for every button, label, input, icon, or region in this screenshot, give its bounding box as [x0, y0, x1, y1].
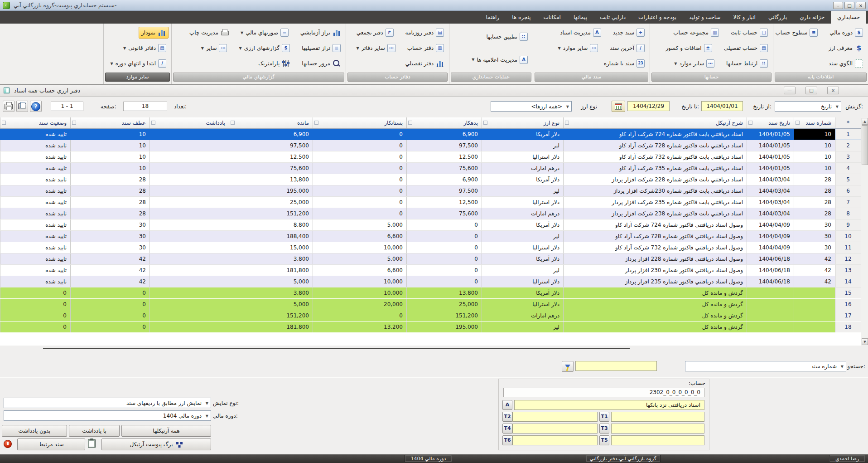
doc-maximize-icon[interactable] [805, 87, 817, 94]
ribbon-button[interactable]: /ابتدا و انتهاي دوره▼ [108, 58, 169, 69]
ribbon-button[interactable]: ↱دفتر تجمعي [354, 27, 396, 38]
table-row[interactable]: 8281404/03/04اسناد دريافتني بابت فاکتور … [0, 208, 861, 219]
ribbon-button[interactable]: $گزارشهاي ارزي▼ [236, 43, 292, 54]
table-row[interactable]: 17گردش و مانده کلدرهم امارات151,2000151,… [0, 310, 861, 322]
stop-button[interactable] [4, 440, 12, 448]
t6-field[interactable] [512, 435, 598, 445]
help-button[interactable] [30, 101, 42, 112]
t3-button[interactable]: T3 [599, 424, 609, 434]
column-header[interactable]: مانده [229, 117, 313, 128]
column-header[interactable]: تاريخ سند [747, 117, 794, 128]
attachment-sheet-button[interactable]: برگ پيوست آرتيکل [101, 439, 211, 450]
column-header[interactable]: شماره سند [794, 117, 835, 128]
t5-field[interactable] [611, 435, 704, 445]
ribbon-button[interactable]: ⋯ساير دفاتر▼ [354, 43, 397, 54]
ribbon-button[interactable]: □حساب ثابت [728, 27, 770, 38]
table-row[interactable]: 18گردش و مانده کللير195,00013,200181,800… [0, 322, 861, 333]
t1-button[interactable]: T1 [599, 412, 609, 422]
page-range-field[interactable]: 1 - 1 [51, 102, 83, 111]
table-row[interactable]: 7281404/03/04اسناد دريافتني بابت فاکتور … [0, 197, 861, 208]
column-header[interactable]: * [835, 117, 861, 128]
t4-button[interactable]: T4 [502, 424, 512, 434]
scroll-up-icon[interactable]: ▲ [862, 118, 868, 125]
t6-button[interactable]: T6 [502, 435, 512, 445]
filter-button[interactable] [562, 361, 574, 372]
t4-field[interactable] [512, 424, 598, 434]
ribbon-button[interactable]: 23سند با شماره [602, 58, 647, 69]
menu-tab[interactable]: حسابداري [831, 11, 866, 24]
column-header[interactable]: شرح آرتيکل [563, 117, 747, 128]
menu-tab[interactable]: خزانه داري [793, 11, 831, 24]
without-note-button[interactable]: بدون يادداشت [2, 425, 67, 437]
table-row[interactable]: 9301404/04/09وصول اسناد دريافتني فاکتور … [0, 219, 861, 231]
ribbon-button[interactable]: ≡سطوح حساب [773, 27, 820, 38]
scrollbar-thumb[interactable] [862, 125, 868, 165]
menu-tab[interactable]: پيمانها [567, 11, 593, 24]
ribbon-button[interactable]: =صورتهاي مالي▼ [238, 27, 291, 38]
t5-button[interactable]: T5 [599, 435, 609, 445]
column-header[interactable]: بستانکار [313, 117, 406, 128]
column-header[interactable]: وضعيت سند [0, 117, 70, 128]
ribbon-button[interactable]: ▤دفتر روزنامه [403, 27, 446, 38]
table-row[interactable]: 11301404/04/09وصول اسناد دريافتني فاکتور… [0, 242, 861, 253]
menu-tab[interactable]: راهنما [479, 11, 506, 24]
table-row[interactable]: 3101404/01/05اسناد دريافتني بابت فاکتور … [0, 151, 861, 163]
print-button[interactable] [3, 101, 14, 112]
minimize-icon[interactable] [833, 2, 843, 9]
ribbon-button[interactable]: ±اضافات و کسور [663, 43, 714, 54]
ribbon-button[interactable]: دفتر تفصيلي [403, 58, 446, 69]
ribbon-button[interactable]: ▥مجموعه حساب [671, 27, 721, 38]
ribbon-button[interactable]: Aمديريت اعلاميه ها▼ [469, 54, 530, 65]
maximize-icon[interactable] [844, 2, 854, 9]
menu-tab[interactable]: انبار و کالا [727, 11, 762, 24]
ribbon-button[interactable]: Aمديريت اسناد [558, 27, 603, 38]
count-field[interactable]: 18 [123, 102, 167, 111]
ribbon-button[interactable]: مديريت چاپ [187, 27, 231, 38]
ribbon-button[interactable]: $معرفي ارز [826, 43, 865, 54]
table-row[interactable]: 13421404/06/18وصول اسناد دريافتني فاکتور… [0, 265, 861, 276]
close-icon[interactable] [856, 2, 866, 9]
vertical-scrollbar[interactable]: ▲ ▼ [861, 117, 868, 346]
currency-combo[interactable]: ▼ <همه ارزها> [491, 101, 572, 112]
column-header[interactable]: يادداشت [149, 117, 229, 128]
search-field-combo[interactable]: ▼ شماره سند [685, 361, 846, 371]
menu-tab[interactable]: ساخت و توليد [683, 11, 727, 24]
ribbon-button[interactable]: الگوي سند [826, 58, 865, 69]
menu-tab[interactable]: امکانات [537, 11, 567, 24]
doc-close-icon[interactable] [827, 87, 839, 94]
ribbon-button[interactable]: ▤دفاتر قانوني▼ [121, 43, 169, 54]
account-a-button[interactable]: A [502, 400, 512, 410]
all-articles-button[interactable]: همه آرتيکلها [121, 425, 211, 437]
ribbon-button[interactable]: ▥دفتر حساب [405, 43, 446, 54]
ribbon-button[interactable]: ⋯ساير▼ [199, 43, 230, 54]
table-row[interactable]: 14421404/06/18وصول اسناد دريافتني فاکتور… [0, 276, 861, 288]
display-type-combo[interactable]: ▼ نمايش ارز مطابق با رديفهاي سند [4, 398, 211, 408]
ribbon-button[interactable]: ▤حساب تفصيلي [722, 43, 770, 54]
with-note-button[interactable]: با يادداشت [69, 425, 120, 437]
column-header[interactable]: نوع ارز [482, 117, 563, 128]
from-date-field[interactable]: 1404/01/01 [701, 101, 743, 111]
ribbon-button[interactable]: $دوره مالي [827, 27, 865, 38]
table-row[interactable]: 12421404/06/18وصول اسناد دريافتني فاکتور… [0, 253, 861, 265]
table-row[interactable]: 10301404/04/09وصول اسناد دريافتني فاکتور… [0, 231, 861, 242]
account-code-field[interactable]: 2302_0_0_0_0_0_0 [503, 388, 704, 397]
column-header[interactable]: بدهکار [406, 117, 482, 128]
ribbon-button[interactable]: مرور حسابها [299, 58, 343, 69]
calendar-button[interactable] [612, 101, 625, 112]
ribbon-button[interactable]: نمودار [139, 27, 169, 39]
ribbon-button[interactable]: ⋯ساير موارد▼ [672, 58, 717, 69]
related-document-button[interactable]: سند مرتبط [17, 439, 85, 450]
menu-tab[interactable]: بازرگاني [762, 11, 793, 24]
t3-field[interactable] [611, 424, 704, 434]
ribbon-button[interactable]: پارامتريک [256, 58, 292, 69]
ribbon-button[interactable]: +سند جديد [611, 27, 647, 38]
to-date-field[interactable]: 1404/12/29 [627, 101, 670, 111]
ribbon-button[interactable]: تراز آزمايشي [298, 27, 343, 38]
menu-tab[interactable]: بودجه و اعتبارات [632, 11, 683, 24]
ribbon-button[interactable]: ⋯ساير موارد▼ [556, 43, 601, 54]
menu-tab[interactable]: دارايي ثابت [593, 11, 632, 24]
account-a-field[interactable]: اسناد دريافتني نزد بانکها [514, 400, 704, 410]
table-row[interactable]: 4101404/01/05اسناد دريافتني بابت فاکتور … [0, 163, 861, 174]
t2-button[interactable]: T2 [502, 412, 512, 422]
doc-minimize-icon[interactable] [784, 87, 796, 94]
